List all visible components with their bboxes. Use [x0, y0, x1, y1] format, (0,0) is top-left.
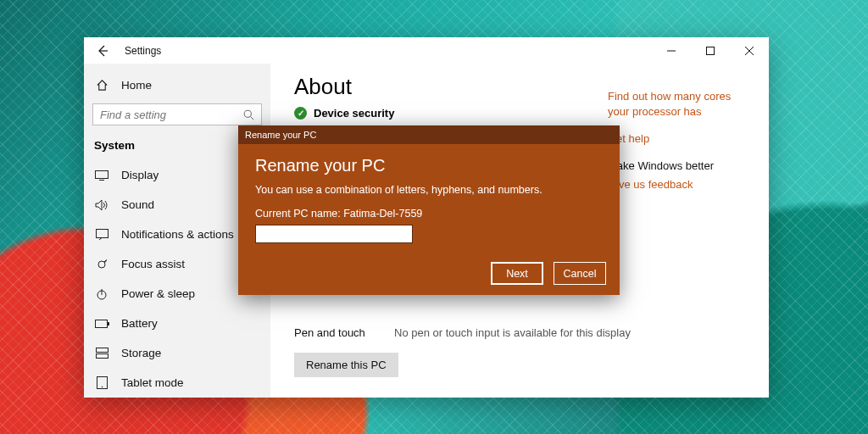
power-icon [94, 288, 109, 300]
device-security-label: Device security [314, 107, 394, 120]
window-title: Settings [125, 45, 161, 57]
related-links: Find out how many cores your processor h… [608, 89, 752, 204]
sidebar-item-label: Storage [121, 347, 161, 359]
next-button[interactable]: Next [491, 262, 543, 285]
svg-point-11 [101, 387, 103, 388]
notifications-icon [94, 229, 109, 241]
svg-rect-3 [96, 229, 108, 237]
display-icon [94, 170, 109, 181]
pen-touch-label: Pen and touch [294, 326, 379, 339]
check-icon: ✓ [294, 107, 307, 120]
dialog-description: You can use a combination of letters, hy… [255, 184, 603, 196]
svg-point-4 [98, 261, 105, 268]
cancel-button[interactable]: Cancel [554, 262, 606, 285]
sidebar-item-label: Power & sleep [121, 287, 195, 300]
current-pc-name-label: Current PC name: Fatima-Del-7559 [255, 208, 603, 220]
close-button[interactable] [730, 37, 769, 64]
search-box[interactable] [92, 103, 262, 125]
svg-rect-2 [96, 170, 108, 178]
pen-touch-value: No pen or touch input is available for t… [394, 326, 631, 339]
sidebar-item-label: Display [121, 169, 159, 181]
back-button[interactable] [96, 43, 111, 58]
minimize-button[interactable] [652, 37, 691, 64]
svg-rect-0 [707, 47, 715, 54]
sidebar-home[interactable]: Home [84, 72, 270, 98]
search-input[interactable] [100, 108, 243, 121]
link-feedback[interactable]: Give us feedback [608, 177, 752, 192]
focus-assist-icon [94, 259, 109, 270]
sidebar-item-label: Tablet mode [121, 376, 184, 389]
sidebar-item-label: Sound [121, 198, 154, 211]
rename-pc-button[interactable]: Rename this PC [294, 353, 398, 377]
link-help[interactable]: Get help [608, 131, 752, 147]
dialog-heading: Rename your PC [255, 156, 603, 175]
svg-rect-8 [96, 348, 108, 353]
sidebar-item-label: Battery [121, 317, 158, 330]
battery-icon [94, 320, 109, 328]
titlebar: Settings [84, 37, 769, 64]
rename-pc-dialog: Rename your PC Rename your PC You can us… [238, 125, 620, 295]
sidebar-item-storage[interactable]: Storage [84, 338, 270, 368]
desktop-wallpaper: Settings Home System [0, 0, 868, 434]
maximize-button[interactable] [691, 37, 730, 64]
sidebar-item-tablet-mode[interactable]: Tablet mode [84, 368, 270, 398]
storage-icon [94, 348, 109, 359]
make-windows-better-heading: Make Windows better [608, 159, 752, 172]
dialog-titlebar: Rename your PC [238, 125, 620, 144]
svg-rect-6 [95, 320, 107, 327]
tablet-icon [94, 376, 109, 389]
sidebar-home-label: Home [121, 79, 152, 92]
sidebar-item-label: Notifications & actions [121, 228, 234, 241]
link-cores[interactable]: Find out how many cores your processor h… [608, 89, 752, 120]
sidebar-item-battery[interactable]: Battery [84, 309, 270, 338]
sidebar-item-label: Focus assist [121, 258, 185, 270]
svg-rect-7 [108, 322, 109, 326]
new-pc-name-input[interactable] [255, 225, 413, 243]
svg-point-1 [244, 110, 251, 117]
search-icon [243, 109, 254, 120]
svg-rect-9 [96, 354, 108, 359]
sound-icon [94, 199, 109, 211]
device-specs-section: Pen and touch No pen or touch input is a… [294, 326, 631, 377]
home-icon [94, 79, 109, 92]
